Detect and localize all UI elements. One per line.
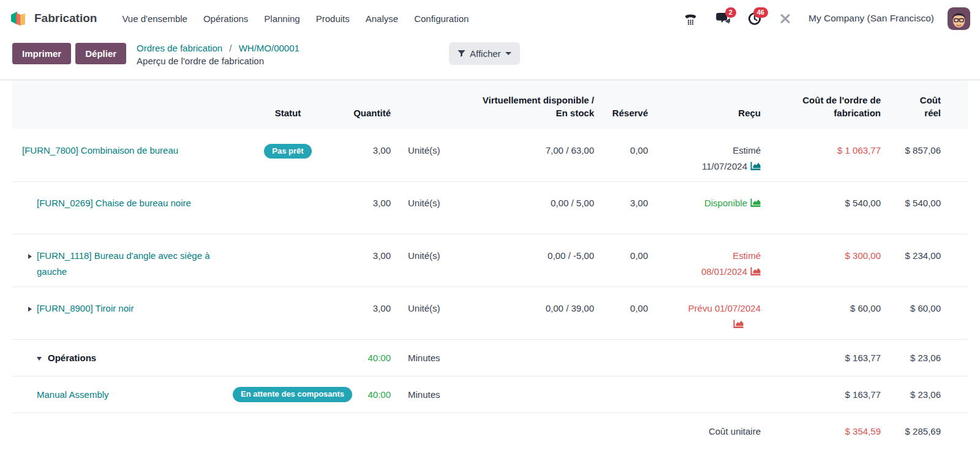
top-navbar: Fabrication Vue d'ensemble Opérations Pl…: [0, 0, 980, 37]
status-badge: Pas prêt: [264, 144, 311, 159]
unit-cost-label: Coût unitaire: [662, 425, 766, 438]
breadcrumb-parent-link[interactable]: Ordres de fabrication: [137, 43, 222, 53]
reserved-value: 3,00: [606, 195, 662, 211]
received-date: 08/01/2024: [701, 266, 747, 277]
unit-real-cost-value: $ 285,69: [894, 425, 968, 438]
received-status: Estimé: [662, 143, 761, 159]
breadcrumb: Ordres de fabrication / WH/MO/00001: [137, 43, 300, 53]
collapse-caret-icon[interactable]: [37, 357, 42, 361]
received-cell: Estimé 11/07/2024: [662, 143, 766, 175]
uom-value: Minutes: [404, 352, 478, 364]
header-quantite: Quantité: [343, 107, 404, 129]
page-subtitle: Aperçu de l'ordre de fabrication: [137, 56, 300, 66]
operations-section-row: Opérations 40:00 Minutes $ 163,77 $ 23,0…: [12, 340, 968, 376]
breadcrumb-separator: /: [229, 43, 232, 53]
mo-overview-report: Statut Quantité Virtuellement disponible…: [0, 80, 980, 449]
table-row: [FURN_8900] Tiroir noir 3,00 Unité(s) 0,…: [12, 287, 968, 340]
debug-tools-icon[interactable]: [773, 6, 797, 31]
product-link[interactable]: [FURN_8900] Tiroir noir: [37, 303, 134, 313]
menu-configuration[interactable]: Configuration: [406, 9, 477, 29]
mo-cost-value: $ 60,00: [766, 301, 894, 316]
app-title[interactable]: Fabrication: [34, 12, 97, 25]
quantity-value: 3,00: [343, 195, 404, 211]
header-reserve: Réservé: [606, 107, 662, 129]
uom-value: Unité(s): [404, 248, 478, 264]
table-row: Manual Assembly En attente des composant…: [12, 376, 968, 413]
virtual-available-value: 0,00 / 39,00: [478, 301, 606, 316]
company-switcher[interactable]: My Company (San Francisco): [809, 13, 934, 24]
status-badge: En attente des composants: [233, 387, 352, 402]
table-row: [FURN_1118] Bureau d'angle avec siège à …: [12, 234, 968, 287]
uom-value: Minutes: [404, 389, 478, 401]
display-filter-button[interactable]: Afficher: [449, 42, 520, 65]
received-cell: Estimé 08/01/2024: [662, 248, 766, 280]
messages-icon[interactable]: 2: [709, 6, 736, 31]
virtual-available-value: 0,00 / 5,00: [478, 195, 606, 211]
menu-produits[interactable]: Produits: [308, 9, 358, 29]
breadcrumb-current-link[interactable]: WH/MO/00001: [239, 43, 300, 53]
mo-cost-value: $ 163,77: [766, 352, 894, 364]
unit-mo-cost-value: $ 354,59: [766, 425, 894, 438]
area-chart-icon[interactable]: [750, 196, 761, 206]
uom-value: Unité(s): [404, 195, 478, 211]
menu-planning[interactable]: Planning: [256, 9, 307, 29]
table-row: [FURN_0269] Chaise de bureau noire 3,00 …: [12, 182, 968, 234]
real-cost-value: $ 23,06: [894, 389, 968, 401]
received-status: Disponible: [704, 198, 747, 208]
unfold-button[interactable]: Déplier: [75, 43, 126, 64]
virtual-available-value: 0,00 / -5,00: [478, 248, 606, 264]
reserved-value: 0,00: [606, 248, 662, 264]
header-virtuellement-disponible: Virtuellement disponible / En stock: [478, 94, 606, 130]
product-link[interactable]: [FURN_0269] Chaise de bureau noire: [37, 198, 191, 208]
product-link[interactable]: [FURN_7800] Combinaison de bureau: [22, 145, 178, 155]
operation-link[interactable]: Manual Assembly: [37, 389, 109, 400]
activities-clock-icon[interactable]: 46: [741, 6, 768, 31]
control-panel: Imprimer Déplier Ordres de fabrication /…: [0, 37, 980, 80]
area-chart-icon[interactable]: [733, 318, 744, 327]
menu-operations[interactable]: Opérations: [195, 9, 256, 29]
header-cout-ordre-fabrication: Coût de l'ordre de fabrication: [766, 94, 894, 130]
area-chart-icon[interactable]: [750, 265, 761, 274]
quantity-value: 3,00: [343, 301, 404, 316]
reserved-value: 0,00: [606, 301, 662, 316]
dropdown-caret-icon: [505, 52, 511, 55]
section-title: Opérations: [48, 353, 96, 363]
real-cost-value: $ 60,00: [894, 301, 968, 316]
display-filter-label: Afficher: [470, 48, 501, 59]
received-date: 11/07/2024: [702, 161, 747, 171]
mo-cost-value: $ 540,00: [766, 195, 894, 211]
received-cell: Disponible: [662, 195, 766, 211]
filter-funnel-icon: [458, 50, 466, 58]
reserved-value: 0,00: [606, 143, 662, 159]
expand-caret-icon[interactable]: [28, 307, 32, 312]
quantity-value: 3,00: [343, 248, 404, 264]
phone-icon[interactable]: [677, 6, 704, 31]
real-cost-value: $ 540,00: [894, 195, 968, 211]
header-name: [12, 120, 233, 129]
real-cost-value: $ 234,00: [894, 248, 968, 264]
expand-caret-icon[interactable]: [28, 254, 32, 259]
table-row: [FURN_7800] Combinaison de bureau Pas pr…: [12, 129, 968, 182]
duration-value: 40:00: [343, 352, 404, 364]
real-cost-value: $ 857,06: [894, 143, 968, 159]
duration-value: 40:00: [343, 389, 404, 401]
uom-value: Unité(s): [404, 301, 478, 316]
header-recu: Reçu: [662, 107, 766, 129]
quantity-value: 3,00: [343, 143, 404, 159]
mo-cost-value: $ 300,00: [766, 248, 894, 264]
menu-analyse[interactable]: Analyse: [358, 9, 406, 29]
menu-vue-densemble[interactable]: Vue d'ensemble: [114, 9, 195, 29]
messages-count-badge: 2: [725, 7, 736, 18]
area-chart-icon[interactable]: [750, 160, 761, 169]
product-link[interactable]: [FURN_1118] Bureau d'angle avec siège à …: [37, 250, 209, 277]
received-status: Estimé: [662, 248, 761, 264]
print-button[interactable]: Imprimer: [12, 43, 71, 64]
user-avatar[interactable]: [948, 7, 970, 30]
received-status: Prévu 01/07/2024: [662, 301, 761, 316]
real-cost-value: $ 23,06: [894, 352, 968, 364]
uom-value: Unité(s): [404, 143, 478, 159]
app-logo-icon[interactable]: [10, 9, 28, 28]
unit-cost-row: Coût unitaire $ 354,59 $ 285,69: [12, 413, 968, 449]
virtual-available-value: 7,00 / 63,00: [478, 143, 606, 159]
received-cell: Prévu 01/07/2024: [662, 301, 766, 333]
